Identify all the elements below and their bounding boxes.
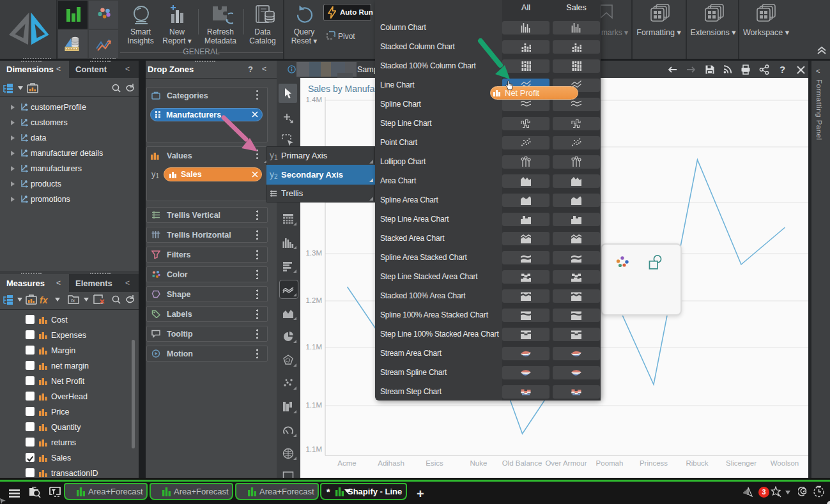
svg-text:fx: fx [71,298,75,303]
